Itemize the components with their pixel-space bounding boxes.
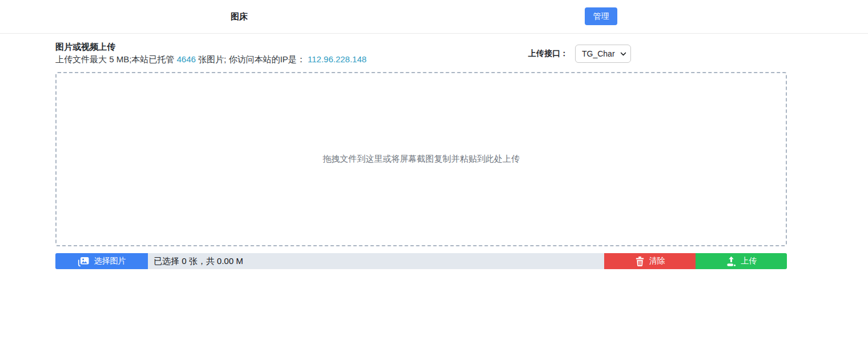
max-size-text: 上传文件最大 5 MB;本站已托管	[55, 54, 177, 64]
stats-middle-text: 张图片; 你访问本站的IP是：	[196, 54, 308, 64]
upload-api-group: 上传接口： TG_Char	[528, 45, 631, 63]
clear-label: 清除	[649, 256, 665, 266]
action-bar: 选择图片 已选择 0 张，共 0.00 M 清除	[55, 253, 787, 269]
upload-api-label: 上传接口：	[528, 49, 568, 59]
section-title: 图片或视频上传	[55, 41, 787, 52]
photos-icon	[78, 256, 90, 267]
upload-label: 上传	[741, 256, 757, 266]
visitor-ip: 112.96.228.148	[308, 54, 367, 64]
upload-tray-icon	[726, 256, 737, 267]
selection-status: 已选择 0 张，共 0.00 M	[148, 253, 604, 269]
upload-panel: 图片或视频上传 上传文件最大 5 MB;本站已托管 4646 张图片; 你访问本…	[55, 34, 787, 269]
selection-status-text: 已选择 0 张，共 0.00 M	[154, 256, 243, 267]
file-dropzone[interactable]: 拖拽文件到这里或将屏幕截图复制并粘贴到此处上传	[55, 72, 787, 246]
upload-api-select[interactable]: TG_Char	[575, 45, 631, 63]
select-images-button[interactable]: 选择图片	[55, 253, 148, 269]
dropzone-hint: 拖拽文件到这里或将屏幕截图复制并粘贴到此处上传	[323, 154, 520, 165]
clear-button[interactable]: 清除	[604, 253, 696, 269]
trash-icon	[635, 256, 645, 267]
upload-button[interactable]: 上传	[696, 253, 787, 269]
upload-section-header: 图片或视频上传 上传文件最大 5 MB;本站已托管 4646 张图片; 你访问本…	[55, 41, 787, 65]
hosted-count: 4646	[177, 54, 196, 64]
site-stats-line: 上传文件最大 5 MB;本站已托管 4646 张图片; 你访问本站的IP是： 1…	[55, 54, 787, 65]
page-title: 图床	[231, 11, 248, 22]
upload-api-select-wrap: TG_Char	[575, 45, 631, 63]
select-images-label: 选择图片	[94, 256, 126, 266]
top-navbar: 图床 管理	[0, 0, 868, 34]
manage-button[interactable]: 管理	[585, 7, 617, 25]
